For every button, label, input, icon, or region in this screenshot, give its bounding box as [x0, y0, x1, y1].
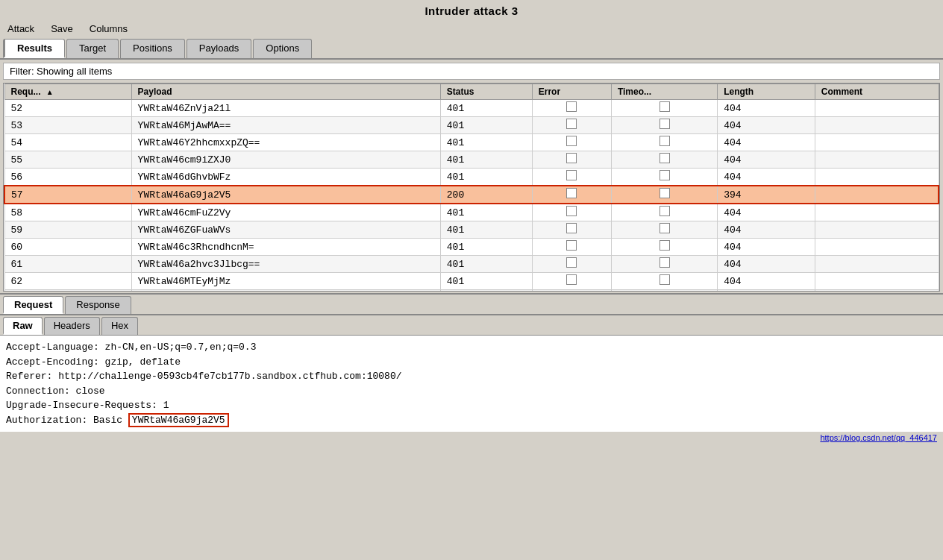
table-row[interactable]: 61 YWRtaW46a2hvc3Jlbcg== 401 404 — [4, 256, 939, 273]
cell-status: 401 — [440, 117, 532, 134]
col-request[interactable]: Requ... ▲ — [4, 84, 131, 100]
col-payload[interactable]: Payload — [131, 84, 440, 100]
checkbox[interactable] — [660, 188, 670, 198]
checkbox[interactable] — [660, 223, 670, 233]
checkbox[interactable] — [566, 257, 577, 268]
cell-status: 200 — [440, 186, 532, 204]
tab-hex[interactable]: Hex — [101, 317, 138, 335]
checkbox[interactable] — [566, 206, 577, 216]
cell-timeout — [611, 204, 717, 221]
menu-columns[interactable]: Columns — [85, 22, 132, 36]
tab-payloads[interactable]: Payloads — [187, 39, 251, 58]
content-line-1: Accept-Language: zh-CN,en-US;q=0.7,en;q=… — [6, 340, 937, 355]
checkbox[interactable] — [660, 136, 670, 146]
cell-length: 404 — [718, 290, 815, 292]
col-comment[interactable]: Comment — [815, 84, 939, 100]
results-table-container[interactable]: Requ... ▲ Payload Status Error Timeo... … — [3, 83, 940, 292]
window-title: Intruder attack 3 — [424, 4, 518, 17]
tab-positions[interactable]: Positions — [120, 39, 185, 58]
footer-link[interactable]: https://blog.csdn.net/qq_446417 — [820, 433, 937, 442]
cell-length: 404 — [718, 100, 815, 117]
checkbox[interactable] — [660, 119, 670, 129]
main-window: Intruder attack 3 Attack Save Columns Re… — [0, 0, 943, 560]
col-status[interactable]: Status — [440, 84, 532, 100]
cell-status: 401 — [440, 100, 532, 117]
cell-payload: YWRtaW46cmFuZ2Vy — [131, 204, 440, 221]
cell-comment — [815, 100, 939, 117]
checkbox[interactable] — [660, 240, 670, 251]
cell-payload: YWRtaW46MTEyMjMz — [131, 273, 440, 290]
tab-raw[interactable]: Raw — [3, 317, 43, 335]
cell-id: 53 — [4, 117, 131, 134]
raw-tabs: Raw Headers Hex — [0, 315, 943, 336]
cell-id: 52 — [4, 100, 131, 117]
checkbox[interactable] — [660, 257, 670, 268]
menu-attack[interactable]: Attack — [3, 22, 39, 36]
checkbox[interactable] — [660, 153, 670, 163]
cell-id: 56 — [4, 169, 131, 186]
tab-request[interactable]: Request — [3, 296, 63, 314]
col-error[interactable]: Error — [532, 84, 611, 100]
tab-results[interactable]: Results — [3, 39, 65, 58]
content-line-6: Authorization: Basic YWRtaW46aG9ja2V5 — [6, 413, 937, 428]
cell-payload: YWRtaW46aG9ja2V5 — [131, 186, 440, 204]
cell-comment — [815, 273, 939, 290]
cell-payload: YWRtaW46MjAwMA== — [131, 117, 440, 134]
cell-status: 401 — [440, 290, 532, 292]
checkbox[interactable] — [566, 101, 577, 112]
checkbox[interactable] — [660, 274, 670, 285]
tab-response[interactable]: Response — [65, 296, 131, 314]
cell-error — [532, 256, 611, 273]
menu-save[interactable]: Save — [46, 22, 78, 36]
checkbox[interactable] — [566, 223, 577, 233]
checkbox[interactable] — [660, 206, 670, 216]
table-row[interactable]: 54 YWRtaW46Y2hhcmxxpZQ== 401 404 — [4, 134, 939, 151]
table-row[interactable]: 52 YWRtaW46ZnVja21l 401 404 — [4, 100, 939, 117]
cell-error — [532, 151, 611, 169]
table-header-row: Requ... ▲ Payload Status Error Timeo... … — [4, 84, 939, 100]
cell-payload: YWRtaW46Y2hhcmxxpZQ== — [131, 134, 440, 151]
checkbox[interactable] — [660, 101, 670, 112]
tab-options[interactable]: Options — [253, 39, 312, 58]
cell-comment — [815, 204, 939, 221]
cell-comment — [815, 134, 939, 151]
results-table: Requ... ▲ Payload Status Error Timeo... … — [4, 84, 939, 292]
tab-target[interactable]: Target — [66, 39, 119, 58]
tab-headers[interactable]: Headers — [44, 317, 100, 335]
checkbox[interactable] — [566, 136, 577, 146]
auth-value-highlight: YWRtaW46aG9ja2V5 — [128, 413, 229, 427]
cell-error — [532, 204, 611, 221]
req-res-tabs: Request Response — [0, 295, 943, 315]
cell-error — [532, 239, 611, 256]
cell-length: 404 — [718, 273, 815, 290]
main-tabs: Results Target Positions Payloads Option… — [0, 37, 943, 60]
checkbox[interactable] — [566, 170, 577, 180]
cell-id: 60 — [4, 239, 131, 256]
table-row[interactable]: 63 YWRtaW46Z2Vvcmdl 401 404 — [4, 290, 939, 292]
cell-id: 61 — [4, 256, 131, 273]
cell-timeout — [611, 100, 717, 117]
bottom-section: Request Response Raw Headers Hex Accept-… — [0, 293, 943, 432]
content-line-2: Accept-Encoding: gzip, deflate — [6, 355, 937, 370]
checkbox[interactable] — [566, 119, 577, 129]
table-row[interactable]: 62 YWRtaW46MTEyMjMz 401 404 — [4, 273, 939, 290]
table-row[interactable]: 55 YWRtaW46cm9iZXJ0 401 404 — [4, 151, 939, 169]
table-row[interactable]: 58 YWRtaW46cmFuZ2Vy 401 404 — [4, 204, 939, 221]
col-timeout[interactable]: Timeo... — [611, 84, 717, 100]
table-row[interactable]: 56 YWRtaW46dGhvbWFz 401 404 — [4, 169, 939, 186]
table-row[interactable]: 53 YWRtaW46MjAwMA== 401 404 — [4, 117, 939, 134]
checkbox[interactable] — [566, 274, 577, 285]
checkbox[interactable] — [566, 240, 577, 251]
checkbox[interactable] — [660, 170, 670, 180]
content-area: Accept-Language: zh-CN,en-US;q=0.7,en;q=… — [0, 336, 943, 432]
cell-status: 401 — [440, 221, 532, 239]
cell-payload: YWRtaW46a2hvc3Jlbcg== — [131, 256, 440, 273]
table-row[interactable]: 57 YWRtaW46aG9ja2V5 200 394 — [4, 186, 939, 204]
cell-comment — [815, 221, 939, 239]
checkbox[interactable] — [566, 188, 577, 198]
table-row[interactable]: 60 YWRtaW46c3RhcndhcnM= 401 404 — [4, 239, 939, 256]
cell-error — [532, 169, 611, 186]
checkbox[interactable] — [566, 153, 577, 163]
col-length[interactable]: Length — [718, 84, 815, 100]
table-row[interactable]: 59 YWRtaW46ZGFuaWVs 401 404 — [4, 221, 939, 239]
